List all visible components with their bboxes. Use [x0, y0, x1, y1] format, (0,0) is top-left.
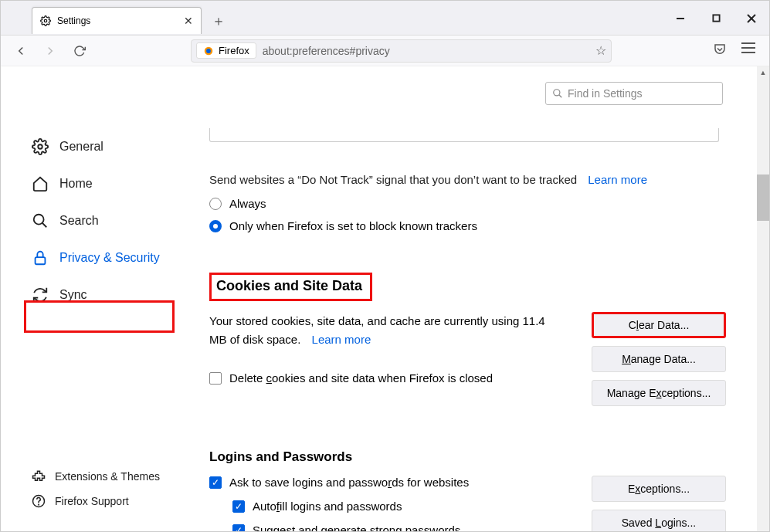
radio-icon — [209, 220, 222, 232]
tab-title: Settings — [57, 15, 90, 26]
clear-data-button[interactable]: Clear Data... — [592, 312, 726, 338]
checkbox-icon — [209, 372, 222, 385]
logins-heading: Logins and Passwords — [209, 449, 726, 465]
svg-rect-12 — [36, 257, 46, 264]
scroll-thumb[interactable] — [757, 175, 769, 221]
checkbox-label: Ask to save logins and passwords for web… — [229, 476, 469, 489]
maximize-button[interactable] — [698, 1, 734, 36]
settings-sidebar: General Home Search Privacy & Security S… — [1, 66, 186, 531]
site-label: Firefox — [219, 45, 249, 56]
lock-icon — [32, 249, 49, 266]
logins-exceptions-button[interactable]: Exceptions... — [592, 476, 726, 502]
cookies-heading: Cookies and Site Data — [209, 273, 372, 301]
dnt-radio-known-trackers[interactable]: Only when Firefox is set to block known … — [209, 219, 726, 232]
toolbar: Firefox about:preferences#privacy ☆ — [1, 36, 769, 66]
svg-rect-2 — [713, 15, 719, 21]
sidebar-link-extensions[interactable]: Extensions & Themes — [32, 469, 186, 483]
puzzle-icon — [32, 469, 46, 483]
sidebar-item-label: Search — [59, 214, 99, 228]
manage-data-button[interactable]: Manage Data... — [592, 346, 726, 372]
svg-point-14 — [39, 504, 39, 505]
svg-point-7 — [554, 90, 560, 96]
delete-on-close-checkbox[interactable]: Delete cookies and site data when Firefo… — [209, 369, 561, 388]
svg-line-11 — [42, 223, 47, 228]
sidebar-item-label: General — [59, 140, 103, 154]
search-icon — [32, 212, 49, 229]
title-bar: Settings ✕ ＋ — [1, 1, 769, 36]
sidebar-item-search[interactable]: Search — [32, 202, 186, 239]
find-placeholder: Find in Settings — [568, 87, 643, 100]
url-text: about:preferences#privacy — [263, 45, 390, 57]
back-button[interactable] — [10, 40, 32, 62]
sidebar-item-home[interactable]: Home — [32, 165, 186, 202]
suggest-passwords-checkbox[interactable]: ✓ Suggest and generate strong passwords — [232, 524, 545, 531]
bookmark-star-icon[interactable]: ☆ — [595, 43, 606, 58]
search-icon — [552, 88, 563, 99]
checkbox-icon: ✓ — [232, 500, 245, 513]
svg-point-0 — [44, 19, 47, 22]
window-controls — [663, 1, 769, 36]
close-window-button[interactable] — [734, 1, 769, 36]
vertical-scrollbar[interactable]: ▲ — [757, 66, 769, 531]
sidebar-link-support[interactable]: Firefox Support — [32, 494, 186, 508]
dnt-learn-more-link[interactable]: Learn more — [588, 173, 647, 186]
svg-point-6 — [206, 49, 211, 53]
sidebar-item-label: Sync — [59, 288, 87, 302]
checkbox-label: Suggest and generate strong passwords — [253, 524, 460, 531]
checkbox-icon: ✓ — [232, 524, 245, 532]
sidebar-item-label: Home — [59, 177, 93, 191]
checkbox-label: Delete cookies and site data when Firefo… — [229, 369, 493, 388]
svg-line-8 — [559, 95, 562, 98]
new-tab-button[interactable]: ＋ — [211, 12, 226, 30]
reload-button[interactable] — [69, 40, 90, 62]
gear-icon — [40, 15, 51, 26]
url-bar[interactable]: Firefox about:preferences#privacy ☆ — [191, 39, 612, 63]
cookies-learn-more-link[interactable]: Learn more — [312, 333, 371, 346]
scroll-up-arrow-icon[interactable]: ▲ — [757, 66, 769, 79]
pocket-icon[interactable] — [712, 42, 728, 59]
collapsed-panel — [209, 128, 719, 142]
app-menu-button[interactable] — [741, 42, 755, 53]
dnt-description: Send websites a “Do Not Track” signal th… — [209, 173, 726, 186]
checkbox-label: Autofill logins and passwords — [253, 500, 402, 513]
sidebar-link-label: Extensions & Themes — [55, 470, 160, 483]
firefox-icon — [203, 46, 214, 56]
forward-button[interactable] — [39, 40, 61, 62]
svg-point-9 — [38, 144, 42, 149]
sidebar-item-privacy[interactable]: Privacy & Security — [32, 239, 186, 276]
radio-label: Only when Firefox is set to block known … — [229, 219, 477, 232]
ask-save-logins-checkbox[interactable]: ✓ Ask to save logins and passwords for w… — [209, 476, 545, 489]
sidebar-item-label: Privacy & Security — [59, 251, 160, 265]
dnt-radio-always[interactable]: Always — [209, 197, 726, 210]
radio-icon — [209, 198, 222, 210]
saved-logins-button[interactable]: Saved Logins... — [592, 510, 726, 531]
home-icon — [32, 175, 49, 192]
minimize-button[interactable] — [663, 1, 698, 36]
sidebar-link-label: Firefox Support — [55, 495, 129, 507]
cookies-description: Your stored cookies, site data, and cach… — [209, 314, 545, 346]
site-identity[interactable]: Firefox — [196, 42, 256, 59]
sync-icon — [32, 286, 49, 303]
settings-main: Send websites a “Do Not Track” signal th… — [186, 66, 757, 531]
help-icon — [32, 494, 46, 508]
sidebar-item-sync[interactable]: Sync — [32, 276, 186, 313]
radio-label: Always — [229, 197, 266, 210]
find-in-settings-input[interactable]: Find in Settings — [545, 82, 723, 105]
svg-point-10 — [34, 215, 44, 225]
autofill-logins-checkbox[interactable]: ✓ Autofill logins and passwords — [232, 500, 545, 513]
browser-tab[interactable]: Settings ✕ — [32, 7, 202, 34]
tab-close-icon[interactable]: ✕ — [184, 15, 193, 27]
sidebar-item-general[interactable]: General — [32, 128, 186, 165]
manage-exceptions-button[interactable]: Manage Exceptions... — [592, 380, 726, 406]
checkbox-icon: ✓ — [209, 476, 222, 489]
gear-icon — [32, 138, 49, 155]
